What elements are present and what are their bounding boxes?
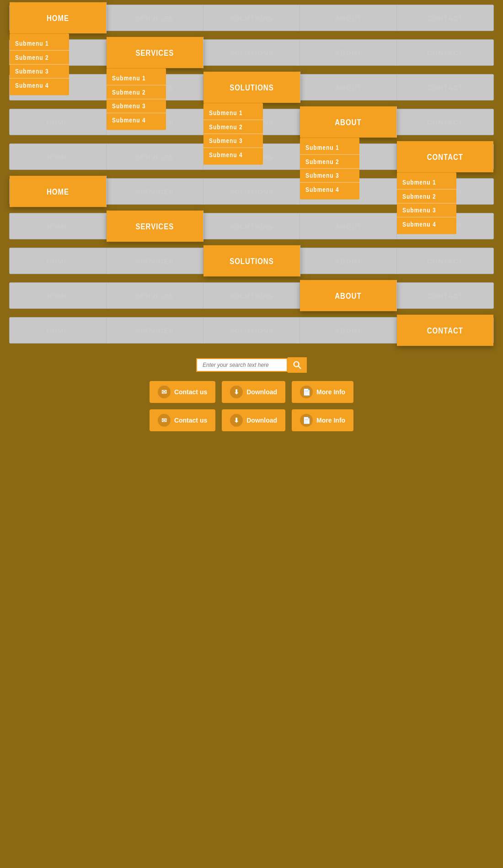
search-icon — [292, 360, 302, 370]
nav-services-1[interactable]: SERVICES — [107, 5, 203, 31]
nav-row-9: HOME SERVICES SOLUTIONS ABOUT CONTACT — [9, 282, 494, 309]
download-button-1[interactable]: ⬇ Download — [222, 381, 285, 403]
dropdown-solutions-3: Submenu 1 Submenu 2 Submenu 3 Submenu 4 — [203, 103, 263, 164]
more-info-button-2[interactable]: 📄 More Info — [292, 409, 353, 431]
submenu-item[interactable]: Submenu 2 — [10, 51, 69, 65]
download-icon-2: ⬇ — [230, 414, 243, 427]
nav-services-10[interactable]: SERVICES — [107, 318, 203, 343]
nav-home-label-1: HOME — [47, 13, 69, 23]
nav-about-8[interactable]: ABOUT — [300, 248, 397, 274]
nav-contact-4[interactable]: CONTACT — [397, 109, 493, 135]
nav-contact-2[interactable]: CONTACT — [397, 40, 493, 65]
submenu-item[interactable]: Submenu 3 — [300, 169, 359, 183]
nav-solutions-10[interactable]: SOLUTIONS — [203, 318, 300, 343]
submenu-item[interactable]: Submenu 4 — [397, 217, 456, 231]
info-icon-1: 📄 — [300, 386, 313, 398]
nav-row-2: HOME SERVICES Submenu 1 Submenu 2 Submen… — [9, 39, 494, 66]
nav-contact-9[interactable]: CONTACT — [397, 283, 493, 308]
nav-contact-5[interactable]: CONTACT Submenu 1 Submenu 2 Submenu 3 Su… — [397, 141, 493, 172]
nav-solutions-9[interactable]: SOLUTIONS — [203, 283, 300, 308]
download-button-2[interactable]: ⬇ Download — [222, 409, 285, 431]
nav-solutions-7[interactable]: SOLUTIONS — [203, 213, 300, 239]
contact-us-button-2[interactable]: ✉ Contact us — [150, 409, 215, 431]
info-icon-2: 📄 — [300, 414, 313, 427]
button-row-1: ✉ Contact us ⬇ Download 📄 More Info — [150, 381, 353, 403]
submenu-item[interactable]: Submenu 3 — [203, 134, 263, 148]
bottom-section: ✉ Contact us ⬇ Download 📄 More Info ✉ Co… — [9, 357, 494, 431]
nav-about-10[interactable]: ABOUT — [300, 318, 397, 343]
nav-home-4[interactable]: HOME — [10, 109, 107, 135]
email-icon-2: ✉ — [158, 414, 171, 427]
submenu-item[interactable]: Submenu 2 — [397, 190, 456, 204]
email-icon-1: ✉ — [158, 386, 171, 398]
nav-about-7[interactable]: ABOUT — [300, 213, 397, 239]
nav-solutions-label-3: SOLUTIONS — [230, 83, 274, 92]
submenu-item[interactable]: Submenu 4 — [107, 113, 166, 127]
nav-home-7[interactable]: HOME — [10, 213, 107, 239]
nav-about-2[interactable]: ABOUT — [300, 40, 397, 65]
dropdown-home-1: Submenu 1 Submenu 2 Submenu 3 Submenu 4 — [10, 33, 69, 95]
nav-contact-label-5: CONTACT — [427, 152, 463, 162]
nav-solutions-3[interactable]: SOLUTIONS Submenu 1 Submenu 2 Submenu 3 … — [203, 72, 300, 103]
button-row-2: ✉ Contact us ⬇ Download 📄 More Info — [150, 409, 353, 431]
search-row — [196, 357, 307, 373]
dropdown-contact-5: Submenu 1 Submenu 2 Submenu 3 Submenu 4 — [397, 172, 456, 234]
submenu-item[interactable]: Submenu 1 — [10, 37, 69, 51]
submenu-item[interactable]: Submenu 1 — [107, 71, 166, 85]
submenu-item[interactable]: Submenu 4 — [300, 183, 359, 196]
nav-services-8[interactable]: SERVICES — [107, 248, 203, 274]
nav-services-6[interactable]: SERVICES — [107, 179, 203, 204]
nav-home-10[interactable]: HOME — [10, 318, 107, 343]
nav-about-9[interactable]: ABOUT — [300, 280, 397, 311]
submenu-item[interactable]: Submenu 1 — [300, 141, 359, 155]
submenu-item[interactable]: Submenu 3 — [10, 64, 69, 79]
search-button[interactable] — [288, 357, 307, 373]
nav-home-6[interactable]: HOME — [10, 176, 107, 207]
nav-row-1: HOME Submenu 1 Submenu 2 Submenu 3 Subme… — [9, 5, 494, 31]
nav-home-9[interactable]: HOME — [10, 283, 107, 308]
nav-services-2[interactable]: SERVICES Submenu 1 Submenu 2 Submenu 3 S… — [107, 37, 203, 68]
nav-row-10: HOME SERVICES SOLUTIONS ABOUT CONTACT — [9, 317, 494, 344]
nav-solutions-6[interactable]: SOLUTIONS — [203, 179, 300, 204]
nav-row-3: HOME SERVICES SOLUTIONS Submenu 1 Submen… — [9, 74, 494, 101]
nav-home-1[interactable]: HOME Submenu 1 Submenu 2 Submenu 3 Subme… — [10, 2, 107, 33]
nav-services-label-2: SERVICES — [135, 48, 174, 58]
nav-about-1[interactable]: ABOUT — [300, 5, 397, 31]
nav-about-label-4: ABOUT — [335, 117, 362, 127]
nav-about-4[interactable]: ABOUT Submenu 1 Submenu 2 Submenu 3 Subm… — [300, 106, 397, 138]
nav-row-8: HOME SERVICES SOLUTIONS ABOUT CONTACT — [9, 248, 494, 274]
svg-line-1 — [298, 366, 300, 368]
nav-solutions-2[interactable]: SOLUTIONS — [203, 40, 300, 65]
more-info-button-1[interactable]: 📄 More Info — [292, 381, 353, 403]
submenu-item[interactable]: Submenu 1 — [203, 106, 263, 120]
contact-us-button-1[interactable]: ✉ Contact us — [150, 381, 215, 403]
nav-home-8[interactable]: HOME — [10, 248, 107, 274]
nav-contact-10[interactable]: CONTACT — [397, 315, 493, 346]
nav-services-7[interactable]: SERVICES — [107, 211, 203, 242]
dropdown-about-4: Submenu 1 Submenu 2 Submenu 3 Submenu 4 — [300, 138, 359, 199]
submenu-item[interactable]: Submenu 3 — [397, 203, 456, 217]
submenu-item[interactable]: Submenu 2 — [203, 120, 263, 134]
nav-contact-8[interactable]: CONTACT — [397, 248, 493, 274]
nav-solutions-8[interactable]: SOLUTIONS — [203, 245, 300, 276]
submenu-item[interactable]: Submenu 2 — [107, 85, 166, 100]
submenu-item[interactable]: Submenu 4 — [203, 148, 263, 161]
nav-about-3[interactable]: ABOUT — [300, 74, 397, 100]
submenu-item[interactable]: Submenu 1 — [397, 175, 456, 190]
nav-solutions-1[interactable]: SOLUTIONS — [203, 5, 300, 31]
nav-contact-3[interactable]: CONTACT — [397, 74, 493, 100]
nav-home-5[interactable]: HOME — [10, 144, 107, 169]
submenu-item[interactable]: Submenu 2 — [300, 155, 359, 169]
nav-contact-1[interactable]: CONTACT — [397, 5, 493, 31]
download-icon-1: ⬇ — [230, 386, 243, 398]
search-input[interactable] — [196, 358, 288, 372]
dropdown-services-2: Submenu 1 Submenu 2 Submenu 3 Submenu 4 — [107, 68, 166, 130]
nav-services-5[interactable]: SERVICES — [107, 144, 203, 169]
submenu-item[interactable]: Submenu 3 — [107, 99, 166, 113]
submenu-item[interactable]: Submenu 4 — [10, 79, 69, 92]
nav-services-9[interactable]: SERVICES — [107, 283, 203, 308]
